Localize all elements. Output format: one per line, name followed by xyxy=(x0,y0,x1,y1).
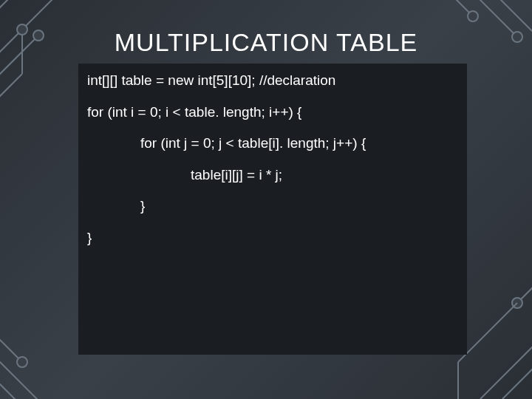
code-line-6: } xyxy=(87,228,458,248)
code-line-2: for (int i = 0; i < table. length; i++) … xyxy=(87,103,458,123)
code-line-3: for (int j = 0; j < table[i]. length; j+… xyxy=(87,134,458,154)
svg-line-15 xyxy=(0,369,30,399)
code-line-1: int[][] table = new int[5][10]; //declar… xyxy=(87,71,458,91)
code-line-5: } xyxy=(87,197,458,216)
svg-line-6 xyxy=(0,0,13,22)
code-block: int[][] table = new int[5][10]; //declar… xyxy=(78,64,467,355)
svg-point-14 xyxy=(17,357,27,367)
svg-line-13 xyxy=(0,325,22,362)
svg-line-9 xyxy=(494,0,532,31)
svg-point-11 xyxy=(468,11,478,21)
code-line-4: table[i][j] = i * j; xyxy=(87,166,458,185)
slide-title: MULTIPLICATION TABLE xyxy=(0,28,532,57)
svg-line-20 xyxy=(458,303,517,362)
svg-line-16 xyxy=(480,332,532,399)
svg-line-3 xyxy=(0,74,22,111)
